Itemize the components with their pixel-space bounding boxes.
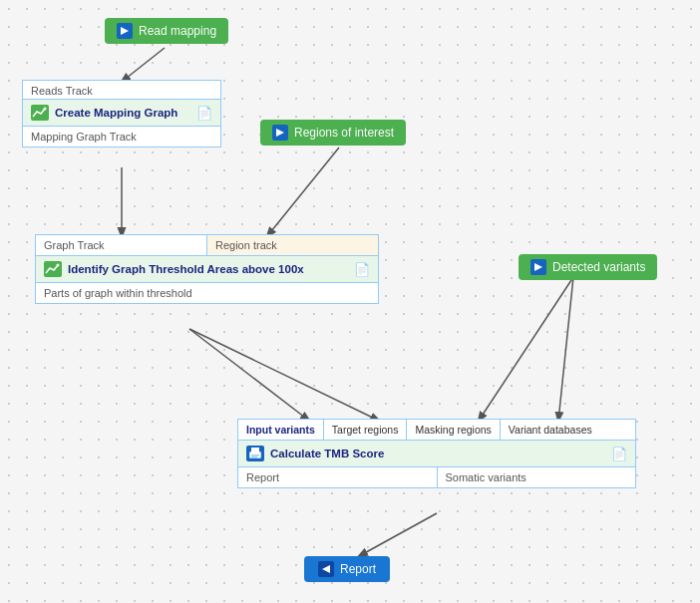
report-label: Report bbox=[340, 562, 376, 576]
report-output-node: Report bbox=[304, 556, 390, 582]
calculate-tmb-box: Input variants Target regions Masking re… bbox=[237, 419, 636, 488]
back-arrow-icon bbox=[318, 561, 334, 577]
tmb-tabs-row: Input variants Target regions Masking re… bbox=[238, 420, 635, 441]
tmb-outputs: Report Somatic variants bbox=[238, 467, 635, 487]
arrow-icon bbox=[117, 23, 133, 39]
svg-line-6 bbox=[558, 277, 573, 421]
svg-line-2 bbox=[267, 148, 339, 236]
tab-target-regions[interactable]: Target regions bbox=[324, 420, 408, 440]
mapping-graph-track-label: Mapping Graph Track bbox=[23, 127, 220, 147]
region-track-label: Region track bbox=[207, 235, 378, 255]
read-mapping-node: Read mapping bbox=[105, 18, 228, 44]
printer-icon bbox=[246, 446, 264, 461]
regions-label: Regions of interest bbox=[294, 126, 394, 140]
read-mapping-label: Read mapping bbox=[139, 24, 216, 38]
chart-icon-2 bbox=[44, 261, 62, 277]
doc-icon-2: 📄 bbox=[354, 262, 370, 277]
svg-rect-20 bbox=[251, 448, 259, 452]
identify-graph-action-row[interactable]: Identify Graph Threshold Areas above 100… bbox=[36, 256, 378, 283]
calculate-tmb-action-row[interactable]: Calculate TMB Score 📄 bbox=[238, 441, 635, 467]
doc-icon-3: 📄 bbox=[611, 447, 627, 461]
graph-track-box: Graph Track Region track Identify Graph … bbox=[35, 234, 379, 304]
chart-icon bbox=[31, 105, 49, 121]
arrow-icon-3 bbox=[530, 259, 546, 275]
create-mapping-action-row[interactable]: Create Mapping Graph 📄 bbox=[23, 100, 220, 127]
svg-line-0 bbox=[122, 48, 165, 82]
detected-variants-node: Detected variants bbox=[519, 254, 657, 280]
doc-icon: 📄 bbox=[196, 106, 212, 121]
tab-variant-databases[interactable]: Variant databases bbox=[501, 420, 600, 440]
svg-point-15 bbox=[57, 264, 60, 267]
create-mapping-label: Create Mapping Graph bbox=[55, 107, 190, 119]
graph-track-tabs: Graph Track Region track bbox=[36, 235, 378, 256]
tab-input-variants[interactable]: Input variants bbox=[238, 420, 324, 440]
svg-line-4 bbox=[189, 329, 309, 421]
svg-point-11 bbox=[44, 108, 47, 111]
svg-rect-21 bbox=[251, 454, 259, 456]
reads-track-label: Reads Track bbox=[23, 81, 220, 100]
calculate-tmb-label: Calculate TMB Score bbox=[270, 448, 605, 459]
reads-track-box: Reads Track Create Mapping Graph 📄 Mappi… bbox=[22, 80, 221, 148]
svg-rect-22 bbox=[251, 456, 257, 458]
tab-masking-regions[interactable]: Masking regions bbox=[407, 420, 500, 440]
parts-of-graph-label: Parts of graph within threshold bbox=[36, 283, 378, 303]
graph-track-label: Graph Track bbox=[36, 235, 207, 255]
somatic-variants-cell: Somatic variants bbox=[438, 467, 636, 487]
regions-of-interest-node: Regions of interest bbox=[260, 120, 406, 146]
detected-variants-label: Detected variants bbox=[552, 260, 645, 274]
svg-line-5 bbox=[479, 277, 573, 421]
svg-line-7 bbox=[359, 513, 437, 556]
report-output-cell: Report bbox=[238, 467, 438, 487]
arrow-icon-2 bbox=[272, 125, 288, 141]
identify-graph-label: Identify Graph Threshold Areas above 100… bbox=[68, 263, 348, 275]
svg-line-3 bbox=[189, 329, 379, 421]
